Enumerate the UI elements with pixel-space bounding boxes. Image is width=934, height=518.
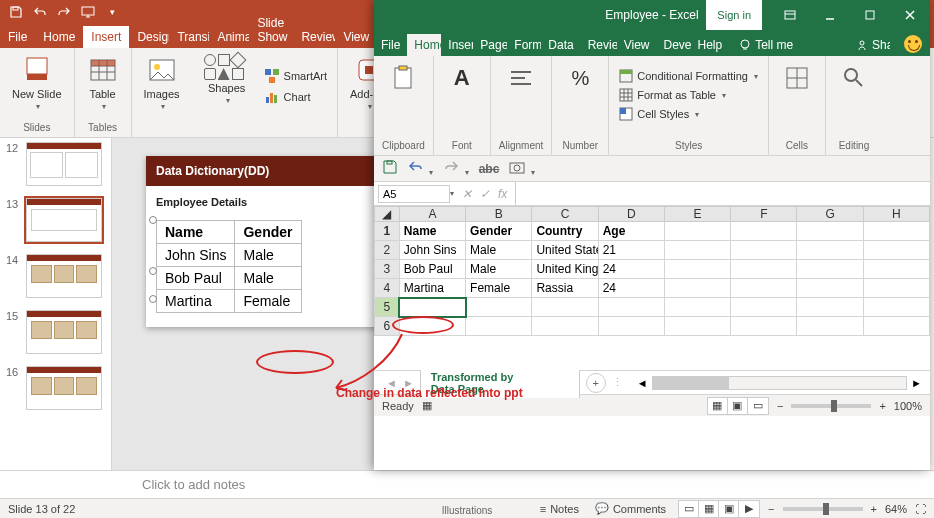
tab-slideshow[interactable]: Slide Show [249,12,293,48]
select-all-corner[interactable]: ◢ [375,207,400,222]
cancel-formula-icon[interactable]: ✕ [462,187,472,201]
new-slide-button[interactable]: New Slide▾ [8,52,66,113]
scroll-left-icon[interactable]: ◄ [637,377,648,389]
colhead-H[interactable]: H [863,207,929,222]
cell[interactable]: Rassia [532,279,598,298]
colhead-B[interactable]: B [466,207,532,222]
cell[interactable] [863,317,929,336]
xl-undo-icon[interactable]: ▾ [408,159,433,178]
ppt-embedded-table[interactable]: NameGender John SinsMale Bob PaulMale Ma… [156,220,302,313]
xl-pagelayout-view-icon[interactable]: ▣ [728,398,748,414]
cell[interactable] [598,317,664,336]
zoom-in-icon[interactable]: + [871,503,877,515]
cell[interactable] [863,279,929,298]
cell[interactable] [797,222,863,241]
reading-view-icon[interactable]: ▣ [719,501,739,517]
xl-tab-file[interactable]: File [374,34,407,56]
excel-grid[interactable]: ◢ A B C D E F G H 1NameGenderCountryAge … [374,206,930,370]
cell[interactable] [863,298,929,317]
maximize-icon[interactable] [850,0,890,30]
rowhead[interactable]: 3 [375,260,400,279]
tab-insert[interactable]: Insert [83,26,129,48]
cell[interactable] [863,260,929,279]
slideshow-icon[interactable] [80,4,96,20]
normal-view-icon[interactable]: ▭ [679,501,699,517]
cell-styles-button[interactable]: Cell Styles ▾ [617,106,760,122]
cell[interactable]: Gender [466,222,532,241]
cell[interactable]: Bob Paul [399,260,465,279]
thumbnail-16[interactable] [26,366,102,410]
table-button[interactable]: Table▾ [83,52,123,113]
shapes-button[interactable]: Shapes▾ [200,52,254,107]
cell[interactable]: Male [466,241,532,260]
xl-tab-page[interactable]: Page [473,34,507,56]
cell[interactable] [863,241,929,260]
xl-pagebreak-view-icon[interactable]: ▭ [748,398,768,414]
xl-zoom-out-icon[interactable]: − [777,400,783,412]
alignment-button[interactable] [501,60,541,96]
rowhead[interactable]: 1 [375,222,400,241]
ribbon-options-icon[interactable] [770,0,810,30]
cell[interactable] [797,241,863,260]
tab-design[interactable]: Design [129,26,169,48]
smartart-button[interactable]: SmartArt [262,67,329,85]
close-icon[interactable] [890,0,930,30]
xl-tab-data[interactable]: Data [541,34,580,56]
notes-pane[interactable]: Click to add notes [0,470,934,498]
signin-button[interactable]: Sign in [706,0,762,30]
macro-rec-icon[interactable]: ▦ [422,399,432,412]
xl-strikethrough-icon[interactable]: abc [479,162,500,176]
comments-button[interactable]: 💬 Comments [591,502,670,515]
cell[interactable]: Age [598,222,664,241]
colhead-A[interactable]: A [399,207,465,222]
cell[interactable]: John Sins [399,241,465,260]
zoom-out-icon[interactable]: − [768,503,774,515]
thumbnail-panel[interactable]: 12 13 14 15 16 [0,138,112,470]
cell[interactable] [731,222,797,241]
cell[interactable]: Country [532,222,598,241]
xl-tab-home[interactable]: Home [407,34,441,56]
cell[interactable]: United Kingdom [532,260,598,279]
notes-button[interactable]: ≡ Notes [536,503,583,515]
cell[interactable] [731,241,797,260]
editing-button[interactable] [834,60,874,96]
qat-more-icon[interactable]: ▾ [104,4,120,20]
minimize-icon[interactable] [810,0,850,30]
slideshow-view-icon[interactable]: ▶ [739,501,759,517]
cell[interactable] [664,222,730,241]
xl-tellme[interactable]: Tell me [733,34,799,56]
xl-tab-review[interactable]: Review [581,34,617,56]
smiley-feedback[interactable] [896,32,930,56]
tab-home[interactable]: Home [35,26,83,48]
cell[interactable] [664,298,730,317]
xl-normal-view-icon[interactable]: ▦ [708,398,728,414]
cell[interactable] [731,317,797,336]
rowhead[interactable]: 5 [375,298,400,317]
formula-input[interactable] [515,182,930,205]
colhead-D[interactable]: D [598,207,664,222]
xl-save-icon[interactable] [382,159,398,178]
enter-formula-icon[interactable]: ✓ [480,187,490,201]
redo-icon[interactable] [56,4,72,20]
thumbnail-15[interactable] [26,310,102,354]
cell[interactable]: Name [399,222,465,241]
cell[interactable] [532,317,598,336]
cell[interactable] [797,298,863,317]
fx-icon[interactable]: fx [498,187,507,201]
cell[interactable]: United States [532,241,598,260]
hscrollbar[interactable]: ◄ ► [629,376,930,390]
conditional-formatting-button[interactable]: Conditional Formatting ▾ [617,68,760,84]
cell[interactable] [466,298,532,317]
format-as-table-button[interactable]: Format as Table ▾ [617,87,760,103]
tab-file[interactable]: File [0,26,35,48]
cell[interactable] [664,260,730,279]
cell[interactable] [664,279,730,298]
xl-share[interactable]: Share [850,34,896,56]
font-button[interactable]: A [442,60,482,96]
cell[interactable] [532,298,598,317]
xl-camera-icon[interactable]: ▾ [509,159,534,178]
tab-review[interactable]: Review [293,26,335,48]
rowhead[interactable]: 4 [375,279,400,298]
xl-tab-insert[interactable]: Insert [441,34,473,56]
cell[interactable]: 21 [598,241,664,260]
